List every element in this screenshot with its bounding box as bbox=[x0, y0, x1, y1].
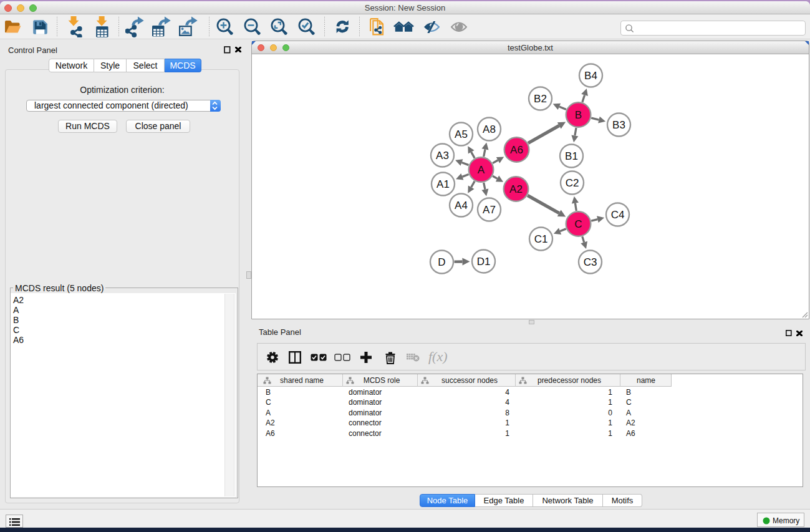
svg-text:A8: A8 bbox=[483, 123, 496, 135]
svg-text:A1: A1 bbox=[436, 178, 450, 190]
svg-text:B4: B4 bbox=[584, 70, 597, 82]
svg-text:D: D bbox=[438, 256, 445, 268]
svg-text:C3: C3 bbox=[584, 256, 597, 268]
svg-text:A5: A5 bbox=[455, 128, 468, 140]
svg-text:B3: B3 bbox=[612, 119, 625, 131]
svg-text:A: A bbox=[478, 164, 485, 176]
svg-text:A2: A2 bbox=[509, 183, 523, 195]
svg-text:C: C bbox=[574, 218, 582, 230]
svg-text:D1: D1 bbox=[477, 256, 491, 268]
svg-text:B1: B1 bbox=[565, 150, 578, 162]
svg-text:A3: A3 bbox=[436, 150, 449, 162]
svg-text:A7: A7 bbox=[483, 204, 496, 216]
svg-text:C4: C4 bbox=[611, 209, 625, 221]
svg-text:B2: B2 bbox=[534, 93, 547, 105]
svg-text:A4: A4 bbox=[455, 200, 468, 211]
svg-text:A6: A6 bbox=[510, 144, 523, 156]
svg-text:B: B bbox=[575, 109, 582, 121]
svg-text:C2: C2 bbox=[566, 177, 579, 189]
svg-text:C1: C1 bbox=[534, 233, 548, 245]
